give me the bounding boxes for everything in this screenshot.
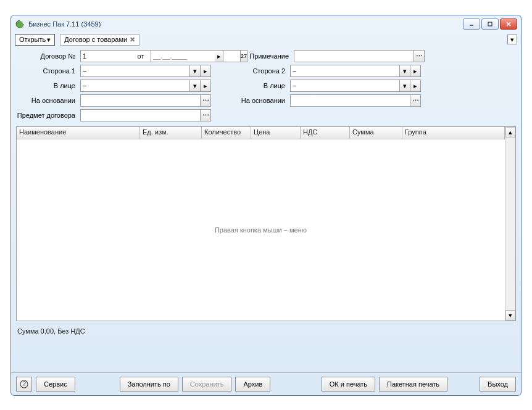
form: Договор № +1 от 27 ▸ Примечание ⋯ Сторон… bbox=[11, 46, 521, 125]
col-name[interactable]: Наименование bbox=[17, 127, 140, 139]
window-title: Бизнес Пак 7.11 (3459) bbox=[28, 20, 463, 28]
inface1-go[interactable]: ▸ bbox=[201, 80, 211, 92]
side2-input[interactable] bbox=[290, 65, 400, 77]
app-icon bbox=[15, 19, 25, 29]
archive-button[interactable]: Архив bbox=[235, 377, 270, 392]
col-vat[interactable]: НДС bbox=[301, 127, 350, 139]
date-input[interactable] bbox=[151, 50, 241, 62]
status-text: Сумма 0,00, Без НДС bbox=[17, 327, 85, 335]
toolbar-dropdown[interactable]: ▾ bbox=[507, 35, 517, 44]
col-qty[interactable]: Количество bbox=[202, 127, 251, 139]
exit-button[interactable]: Выход bbox=[480, 377, 516, 392]
basis2-ellipsis[interactable]: ⋯ bbox=[410, 94, 421, 107]
side2-label: Сторона 2 bbox=[241, 67, 288, 75]
inface1-drop[interactable]: ▾ bbox=[190, 80, 201, 92]
subject-input[interactable] bbox=[80, 109, 201, 121]
side2-drop[interactable]: ▾ bbox=[400, 65, 410, 77]
note-label: Примечание bbox=[244, 52, 291, 60]
from-label: от bbox=[136, 52, 148, 60]
vertical-scrollbar[interactable]: ▴ ▾ bbox=[505, 127, 515, 321]
col-sum[interactable]: Сумма bbox=[350, 127, 402, 139]
side2-go[interactable]: ▸ bbox=[410, 65, 421, 77]
ok-print-button[interactable]: ОК и печать bbox=[322, 377, 375, 392]
side1-label: Сторона 1 bbox=[16, 67, 78, 75]
basis1-label: На основании bbox=[16, 97, 78, 104]
close-button[interactable] bbox=[500, 18, 517, 30]
status-bar: Сумма 0,00, Без НДС bbox=[11, 322, 521, 340]
note-ellipsis-button[interactable]: ⋯ bbox=[414, 50, 425, 62]
grid-header: Наименование Ед. изм. Количество Цена НД… bbox=[17, 127, 505, 139]
help-icon: ? bbox=[20, 380, 28, 388]
subject-ellipsis[interactable]: ⋯ bbox=[201, 109, 211, 121]
close-icon[interactable]: ✕ bbox=[130, 36, 135, 44]
service-button[interactable]: Сервис bbox=[36, 377, 75, 392]
grid-hint: Правая кнопка мыши − меню bbox=[215, 226, 307, 234]
grid-body[interactable]: Правая кнопка мыши − меню bbox=[17, 139, 505, 321]
note-input[interactable] bbox=[294, 50, 414, 62]
col-unit[interactable]: Ед. изм. bbox=[140, 127, 202, 139]
save-button[interactable]: Сохранить bbox=[182, 377, 232, 392]
inface2-input[interactable] bbox=[290, 80, 400, 92]
basis2-input[interactable] bbox=[290, 94, 410, 107]
open-label: Открыть bbox=[19, 36, 46, 43]
scroll-up-icon[interactable]: ▴ bbox=[505, 127, 515, 137]
side1-drop[interactable]: ▾ bbox=[190, 65, 201, 77]
col-price[interactable]: Цена bbox=[251, 127, 301, 139]
date-extra-button[interactable]: ▸ bbox=[215, 50, 223, 62]
tab-contract[interactable]: Договор с товарами ✕ bbox=[60, 34, 139, 46]
open-button[interactable]: Открыть ▾ bbox=[15, 34, 55, 46]
fill-by-button[interactable]: Заполнить по bbox=[120, 377, 178, 392]
basis2-label: На основании bbox=[241, 97, 288, 104]
col-group[interactable]: Группа bbox=[402, 127, 505, 139]
scroll-down-icon[interactable]: ▾ bbox=[505, 310, 515, 321]
basis1-input[interactable] bbox=[80, 94, 201, 107]
inface2-label: В лице bbox=[241, 82, 288, 89]
window-controls bbox=[463, 18, 517, 30]
batch-print-button[interactable]: Пакетная печать bbox=[379, 377, 447, 392]
inface1-label: В лице bbox=[16, 82, 78, 89]
side1-go[interactable]: ▸ bbox=[201, 65, 211, 77]
basis1-ellipsis[interactable]: ⋯ bbox=[201, 94, 211, 107]
items-grid: Наименование Ед. изм. Количество Цена НД… bbox=[16, 126, 516, 321]
bottom-toolbar: ? Сервис Заполнить по Сохранить Архив ОК… bbox=[11, 372, 521, 395]
toolbar: Открыть ▾ Договор с товарами ✕ ▾ bbox=[11, 33, 521, 46]
svg-rect-2 bbox=[488, 22, 492, 26]
tab-label: Договор с товарами bbox=[64, 36, 127, 43]
help-button[interactable]: ? bbox=[16, 377, 32, 392]
contract-no-label: Договор № bbox=[16, 52, 78, 60]
inface2-drop[interactable]: ▾ bbox=[400, 80, 410, 92]
side1-input[interactable] bbox=[80, 65, 190, 77]
inface2-go[interactable]: ▸ bbox=[410, 80, 421, 92]
maximize-button[interactable] bbox=[481, 18, 499, 30]
inface1-input[interactable] bbox=[80, 80, 190, 92]
chevron-down-icon: ▾ bbox=[47, 36, 51, 44]
subject-label: Предмет договора bbox=[16, 112, 78, 119]
svg-text:?: ? bbox=[22, 380, 26, 387]
minimize-button[interactable] bbox=[463, 18, 480, 30]
titlebar: Бизнес Пак 7.11 (3459) bbox=[11, 15, 521, 33]
app-window: Бизнес Пак 7.11 (3459) Открыть ▾ Договор… bbox=[10, 15, 522, 396]
